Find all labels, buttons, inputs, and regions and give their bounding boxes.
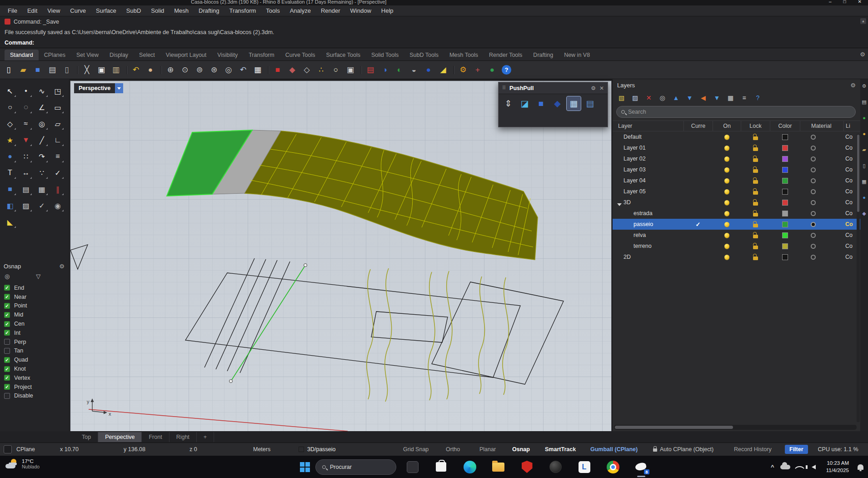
move-down-icon[interactable]: ▼ <box>684 93 695 103</box>
layer-name[interactable]: passeio <box>634 221 653 227</box>
layer-name[interactable]: Layer 05 <box>624 188 646 195</box>
toolbar-gear-icon[interactable]: ⚙ <box>860 51 865 58</box>
corner-icon[interactable]: ∟ <box>50 133 65 147</box>
current-layer-chip[interactable]: 3D/passeio <box>299 446 403 453</box>
undo-icon[interactable]: ↶ <box>130 64 142 76</box>
osnap-checkbox[interactable] <box>4 303 10 309</box>
column-current[interactable]: Curre <box>683 121 713 131</box>
zoom-window-icon[interactable]: ⊙ <box>179 64 191 76</box>
menu-item[interactable]: Surface <box>91 6 121 15</box>
layer-name[interactable]: 3D <box>624 199 631 206</box>
osnap-checkbox[interactable] <box>4 285 10 291</box>
earth-icon[interactable]: ● <box>486 64 498 76</box>
menu-item[interactable]: Analyze <box>285 6 316 15</box>
record-history-toggle[interactable]: Record History <box>734 446 785 453</box>
filter-icon[interactable]: ▼ <box>712 93 722 103</box>
perspective-viewport[interactable]: Perspective <box>70 81 611 431</box>
paste-icon[interactable]: ▥ <box>110 64 122 76</box>
layer-lock-icon[interactable] <box>753 257 758 260</box>
layer-lock-icon[interactable] <box>753 169 758 173</box>
layer-row[interactable]: Layer 02 ✓ Co <box>613 153 860 164</box>
layer-visibility-bulb-icon[interactable] <box>724 211 729 216</box>
onedrive-cloud-icon[interactable] <box>780 465 790 469</box>
pen-display-icon[interactable]: ◢ <box>437 64 449 76</box>
taskbar-search[interactable]: Procurar <box>315 459 396 475</box>
ellipse-icon[interactable]: ◌ <box>19 100 33 115</box>
open-file-icon[interactable]: ▰ <box>17 64 29 76</box>
osnap-option[interactable]: Int <box>0 328 69 337</box>
blend-icon[interactable]: ↷ <box>35 149 49 164</box>
start-button[interactable] <box>300 462 310 472</box>
delete-layer-icon[interactable]: ✕ <box>644 93 654 103</box>
layer-color-swatch[interactable] <box>782 178 788 184</box>
layer-material-icon[interactable] <box>811 222 816 227</box>
toolbar-tab[interactable]: Viewport Layout <box>160 50 212 60</box>
column-linetype[interactable]: Li <box>843 121 860 131</box>
new-sublayer-icon[interactable]: ▨ <box>630 93 640 103</box>
layer-material-icon[interactable] <box>811 146 816 151</box>
toolbar-tab[interactable]: Surface Tools <box>320 50 366 60</box>
menu-item[interactable]: Transform <box>224 6 261 15</box>
layer-row[interactable]: passeio ✓ Co <box>613 219 860 230</box>
curve-icon[interactable]: ∿ <box>35 84 49 98</box>
layer-material-icon[interactable] <box>811 178 816 183</box>
toolbar-tab[interactable]: Set View <box>71 50 104 60</box>
osnap-option[interactable]: Perp <box>0 337 69 347</box>
maximize-button[interactable]: □ <box>843 0 846 5</box>
panel-grid-icon[interactable]: ▦ <box>862 179 866 184</box>
layers-search-box[interactable] <box>616 106 856 118</box>
save-icon[interactable]: ■ <box>32 64 44 76</box>
menu-item[interactable]: View <box>42 6 65 15</box>
undo-view-icon[interactable]: ↶ <box>237 64 249 76</box>
orient-icon[interactable]: ✓ <box>50 166 65 180</box>
layer-state-icon[interactable]: ▤ <box>364 64 376 76</box>
viewport-menu-arrow-icon[interactable] <box>115 83 123 93</box>
named-view-icon[interactable]: ■ <box>272 64 284 76</box>
stairs-icon[interactable]: ≡ <box>50 149 65 164</box>
menu-item[interactable]: Curve <box>65 6 91 15</box>
viewport-title-chip[interactable]: Perspective <box>74 83 123 93</box>
osnap-checkbox[interactable] <box>4 330 10 336</box>
copy-icon[interactable]: ▣ <box>95 64 107 76</box>
pushpull-cube-icon[interactable]: ◆ <box>550 96 564 111</box>
layer-lock-icon[interactable] <box>753 246 758 249</box>
divide-icon[interactable]: ∷ <box>19 149 33 164</box>
rectangle-icon[interactable]: ▭ <box>50 100 65 115</box>
viewport-title[interactable]: Perspective <box>74 83 115 93</box>
viewport-tab[interactable]: Top <box>75 432 98 442</box>
layer-color-swatch[interactable] <box>782 156 788 162</box>
toolbar-tab[interactable]: Mesh Tools <box>444 50 484 60</box>
osnap-checkbox[interactable] <box>4 348 10 354</box>
osnap-checkbox[interactable] <box>4 357 10 363</box>
mesh-icon[interactable]: ▦ <box>35 182 49 196</box>
osnap-toggle-icon[interactable]: ◎ <box>5 273 10 280</box>
column-color[interactable]: Color <box>770 121 800 131</box>
layer-visibility-bulb-icon[interactable] <box>724 167 729 172</box>
panel-props-icon[interactable]: ▤ <box>862 100 866 105</box>
osnap-filter-icon[interactable]: ▽ <box>36 273 40 280</box>
annotate-icon[interactable]: ▼ <box>19 133 33 147</box>
xbox-app-icon[interactable] <box>549 461 562 473</box>
move-left-icon[interactable]: ◀ <box>698 93 708 103</box>
osnap-option[interactable]: Point <box>0 302 69 311</box>
options-gear-icon[interactable]: ⚙ <box>457 64 469 76</box>
select-arrow-icon[interactable]: ↖ <box>3 84 17 98</box>
menu-item[interactable]: File <box>3 6 22 15</box>
pushpull-titlebar[interactable]: ⠿ PushPull ⚙ ✕ <box>499 82 608 94</box>
viewport-layout-icon[interactable]: ▦ <box>252 64 264 76</box>
layer-lock-icon[interactable] <box>753 136 758 140</box>
layer-lock-icon[interactable] <box>753 213 758 216</box>
layer-name[interactable]: Default <box>624 134 642 140</box>
layer-name[interactable]: Layer 04 <box>624 177 646 184</box>
pushpull-gear-icon[interactable]: ⚙ <box>591 85 596 91</box>
shaded-mode-icon[interactable]: ◐ <box>394 64 405 76</box>
volume-icon[interactable] <box>812 465 816 469</box>
menu-item[interactable]: Drafting <box>194 6 224 15</box>
layer-color-swatch[interactable] <box>782 145 788 151</box>
mcafee-shield-icon[interactable] <box>522 461 533 473</box>
osnap-option[interactable]: Cen <box>0 319 69 328</box>
cplane-icon[interactable]: ◇ <box>301 64 313 76</box>
osnap-points-icon[interactable]: ∴ <box>315 64 327 76</box>
menu-item[interactable]: Help <box>376 6 399 15</box>
layer-row[interactable]: terreno ✓ Co <box>613 241 860 252</box>
